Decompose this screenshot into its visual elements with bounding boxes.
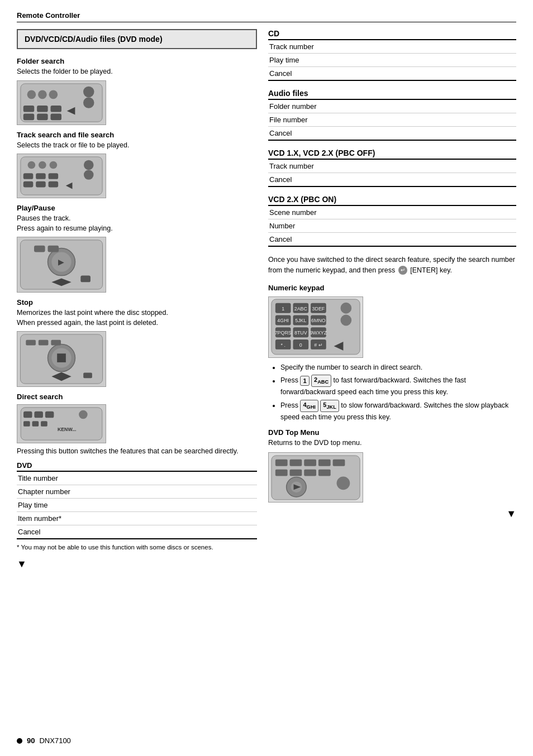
track-search-title: Track search and file search	[17, 131, 257, 139]
folder-search-desc: Selects the folder to be played.	[17, 67, 257, 77]
enter-icon: ↵	[398, 266, 407, 275]
audio-files-table-title: Audio files	[268, 89, 516, 100]
svg-rect-76	[275, 460, 288, 466]
svg-rect-11	[51, 113, 62, 120]
svg-rect-77	[290, 460, 302, 466]
svg-text:0: 0	[299, 342, 302, 348]
vcd2-row-cancel: Cancel	[268, 233, 516, 247]
svg-rect-28	[34, 246, 45, 252]
folder-search-title: Folder search	[17, 57, 257, 65]
svg-rect-34	[57, 353, 66, 362]
header-title: Remote Controller	[17, 11, 80, 20]
audio-files-table-section: Audio files Folder number File number Ca…	[268, 89, 516, 141]
svg-rect-20	[49, 173, 59, 179]
svg-rect-30	[80, 276, 91, 283]
vcd1-row-cancel: Cancel	[268, 173, 516, 187]
bullet-item-2: Press 1 2ABC to fast forward/backward. S…	[280, 375, 516, 398]
direct-search-remote-img: KENW...	[17, 404, 106, 443]
left-column: DVD/VCD/CD/Audio files (DVD mode) Folder…	[17, 29, 257, 570]
svg-text:8TUV: 8TUV	[294, 330, 307, 336]
dvd-row-item-number: Item number*	[17, 512, 257, 525]
section-box-title: DVD/VCD/CD/Audio files (DVD mode)	[25, 35, 249, 44]
dvd-row-chapter-number: Chapter number	[17, 485, 257, 499]
svg-rect-22	[36, 181, 46, 188]
svg-rect-6	[23, 105, 35, 112]
svg-rect-80	[333, 460, 345, 466]
audio-row-file-number: File number	[268, 113, 516, 127]
svg-rect-9	[23, 113, 35, 120]
svg-point-87	[337, 476, 350, 490]
stop-section: Stop Memorizes the last point where the …	[17, 298, 257, 387]
svg-point-13	[28, 161, 36, 169]
svg-text:1: 1	[282, 306, 284, 312]
svg-rect-10	[37, 113, 48, 120]
svg-text:6MNO: 6MNO	[311, 318, 326, 324]
svg-text:KENW...: KENW...	[58, 427, 76, 432]
arrow-down-right-indicator: ▼	[268, 508, 516, 520]
vcd2-table-title: VCD 2.X (PBC ON)	[268, 195, 516, 206]
footer-model: DNX7100	[39, 736, 70, 745]
svg-rect-35	[26, 340, 36, 346]
svg-text:* .: * .	[281, 342, 285, 348]
svg-point-15	[50, 161, 58, 169]
vcd2-row-scene-number: Scene number	[268, 206, 516, 219]
main-content: DVD/VCD/CD/Audio files (DVD mode) Folder…	[17, 29, 516, 570]
svg-point-16	[84, 160, 94, 170]
svg-text:4GHI: 4GHI	[277, 318, 289, 324]
numeric-keypad-section: Numeric keypad 1 2ABC 3DEF	[268, 284, 516, 423]
bullet-item-1: Specify the number to search in direct s…	[280, 362, 516, 373]
dvd-top-menu-title: DVD Top Menu	[268, 428, 516, 437]
dvd-top-menu-desc: Returns to the DVD top menu.	[268, 438, 516, 448]
svg-point-17	[84, 170, 94, 180]
svg-rect-18	[23, 173, 34, 179]
svg-rect-38	[83, 373, 92, 379]
svg-rect-42	[45, 412, 54, 418]
svg-text:7PQRS: 7PQRS	[275, 330, 292, 336]
audio-row-folder-number: Folder number	[268, 100, 516, 113]
svg-rect-8	[51, 105, 62, 112]
right-column: CD Track number Play time Cancel Audio f…	[268, 29, 516, 570]
dvd-row-play-time: Play time	[17, 499, 257, 512]
cd-table-title: CD	[268, 29, 516, 40]
cd-table-section: CD Track number Play time Cancel	[268, 29, 516, 81]
audio-row-cancel: Cancel	[268, 127, 516, 141]
svg-point-5	[83, 97, 94, 108]
direct-search-desc: Pressing this button switches the featur…	[17, 447, 257, 457]
svg-rect-46	[41, 421, 47, 427]
footer-bullet	[17, 738, 22, 744]
svg-text:3DEF: 3DEF	[312, 306, 325, 312]
svg-text:2ABC: 2ABC	[294, 306, 308, 312]
svg-rect-81	[275, 469, 288, 476]
svg-rect-41	[34, 412, 43, 418]
arrow-down-indicator: ▼	[17, 558, 257, 570]
vcd2-table-section: VCD 2.X (PBC ON) Scene number Number Can…	[268, 195, 516, 247]
direct-search-title: Direct search	[17, 393, 257, 401]
svg-rect-29	[48, 246, 59, 252]
svg-rect-82	[290, 469, 302, 476]
cd-row-track-number: Track number	[268, 40, 516, 54]
bullet-list: Specify the number to search in direct s…	[275, 362, 516, 423]
cd-row-cancel: Cancel	[268, 67, 516, 81]
stop-title: Stop	[17, 298, 257, 307]
svg-rect-7	[37, 105, 48, 112]
svg-point-14	[39, 161, 46, 169]
svg-rect-45	[32, 421, 39, 427]
svg-rect-79	[318, 460, 331, 466]
numeric-keypad-title: Numeric keypad	[268, 284, 516, 292]
cd-row-play-time: Play time	[268, 54, 516, 67]
svg-point-55	[340, 303, 351, 314]
note-text-block: Once you have switched to the direct sea…	[268, 255, 516, 276]
bullet-item-3: Press 4GHI 5JKL to slow forward/backward…	[280, 400, 516, 423]
vcd1-table-title: VCD 1.X, VCD 2.X (PBC OFF)	[268, 149, 516, 160]
btn-5jkl: 5JKL	[320, 400, 339, 412]
svg-rect-78	[304, 460, 316, 466]
dvd-top-menu-img	[268, 452, 363, 503]
vcd1-table-section: VCD 1.X, VCD 2.X (PBC OFF) Track number …	[268, 149, 516, 187]
track-search-desc: Selects the track or file to be played.	[17, 141, 257, 151]
btn-2abc: 2ABC	[311, 375, 331, 387]
dvd-table-section: DVD Title number Chapter number Play tim…	[17, 461, 257, 539]
dvd-row-cancel: Cancel	[17, 525, 257, 539]
svg-rect-84	[318, 469, 331, 476]
stop-desc: Memorizes the last point where the disc …	[17, 308, 257, 328]
numeric-keypad-img: 1 2ABC 3DEF 4GHI 5JKL 6MNO	[268, 296, 363, 358]
